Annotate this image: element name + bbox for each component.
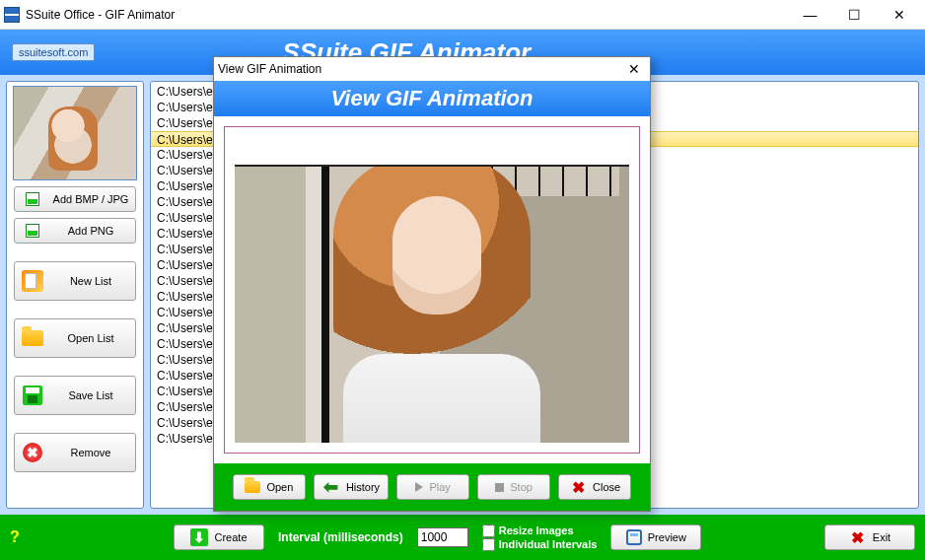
dialog-close-label: Close — [593, 481, 620, 493]
create-button[interactable]: ⬇ Create — [174, 525, 264, 550]
preview-button[interactable]: Preview — [610, 525, 701, 550]
new-list-button[interactable]: New List — [14, 261, 136, 301]
dialog-open-button[interactable]: Open — [233, 474, 306, 500]
download-icon: ⬇ — [190, 528, 208, 546]
help-button[interactable]: ? — [10, 528, 28, 546]
image-icon — [21, 187, 44, 211]
preview-icon — [626, 529, 642, 545]
window-title: SSuite Office - GIF Animator — [26, 8, 175, 22]
dialog-close-button[interactable]: ✕ — [622, 58, 646, 80]
preview-frame — [224, 126, 640, 454]
add-png-label: Add PNG — [52, 225, 129, 237]
dialog-titlebar[interactable]: View GIF Animation ✕ — [214, 57, 650, 81]
dialog-stop-button[interactable]: Stop — [477, 474, 550, 500]
new-list-label: New List — [52, 275, 129, 287]
resize-images-checkbox[interactable] — [482, 525, 495, 537]
site-badge[interactable]: ssuitesoft.com — [12, 43, 95, 61]
new-file-icon — [21, 269, 44, 293]
main-area: Add BMP / JPG Add PNG New List Open List… — [0, 75, 925, 515]
back-arrow-icon: ⬅ — [322, 478, 340, 496]
exit-button[interactable]: ✖ Exit — [824, 525, 915, 550]
exit-icon: ✖ — [849, 528, 867, 546]
view-gif-dialog: View GIF Animation ✕ View GIF Animation … — [213, 56, 651, 512]
minimize-button[interactable]: — — [788, 0, 832, 30]
dialog-play-label: Play — [429, 481, 450, 493]
open-list-label: Open List — [52, 332, 129, 344]
maximize-button[interactable]: ☐ — [832, 0, 877, 30]
individual-intervals-label: Individual Intervals — [499, 538, 598, 550]
dialog-close-footer-button[interactable]: ✖ Close — [558, 474, 631, 500]
dialog-footer: Open ⬅ History Play Stop ✖ Close — [214, 463, 650, 511]
remove-label: Remove — [52, 447, 129, 458]
thumbnail-preview[interactable] — [13, 86, 137, 180]
individual-intervals-check[interactable]: Individual Intervals — [482, 538, 598, 551]
add-bmp-jpg-label: Add BMP / JPG — [52, 193, 129, 205]
add-bmp-jpg-button[interactable]: Add BMP / JPG — [14, 186, 136, 212]
stop-icon — [495, 483, 504, 492]
image-icon — [21, 219, 44, 243]
folder-icon — [21, 326, 44, 350]
resize-images-check[interactable]: Resize Images — [482, 525, 598, 537]
individual-intervals-checkbox[interactable] — [482, 538, 495, 551]
exit-label: Exit — [873, 531, 890, 543]
bottom-toolbar: ? ⬇ Create Interval (milliseconds) Resiz… — [0, 515, 925, 560]
dialog-stop-label: Stop — [510, 481, 533, 493]
close-icon: ✖ — [569, 478, 587, 496]
dialog-play-button[interactable]: Play — [396, 474, 469, 500]
folder-icon — [245, 481, 260, 493]
open-list-button[interactable]: Open List — [14, 318, 136, 358]
dialog-open-label: Open — [266, 481, 293, 493]
interval-input[interactable] — [417, 527, 468, 547]
dialog-body — [214, 116, 650, 463]
dialog-heading: View GIF Animation — [214, 81, 650, 116]
resize-images-label: Resize Images — [499, 525, 574, 536]
remove-button[interactable]: ✖ Remove — [14, 433, 136, 472]
gif-canvas — [235, 137, 629, 443]
save-list-label: Save List — [52, 389, 129, 401]
play-icon — [415, 482, 423, 492]
dialog-history-button[interactable]: ⬅ History — [314, 474, 389, 500]
remove-icon: ✖ — [21, 441, 44, 464]
dialog-history-label: History — [346, 481, 380, 493]
preview-label: Preview — [648, 531, 686, 543]
dialog-title: View GIF Animation — [218, 62, 321, 76]
save-list-button[interactable]: Save List — [14, 376, 136, 415]
save-icon — [21, 384, 44, 407]
interval-label: Interval (milliseconds) — [278, 530, 403, 544]
window-close-button[interactable]: ✕ — [877, 0, 921, 30]
sidebar: Add BMP / JPG Add PNG New List Open List… — [6, 81, 144, 509]
create-label: Create — [214, 531, 247, 543]
app-icon — [4, 7, 20, 23]
window-titlebar: SSuite Office - GIF Animator — ☐ ✕ — [0, 0, 925, 30]
add-png-button[interactable]: Add PNG — [14, 218, 136, 244]
